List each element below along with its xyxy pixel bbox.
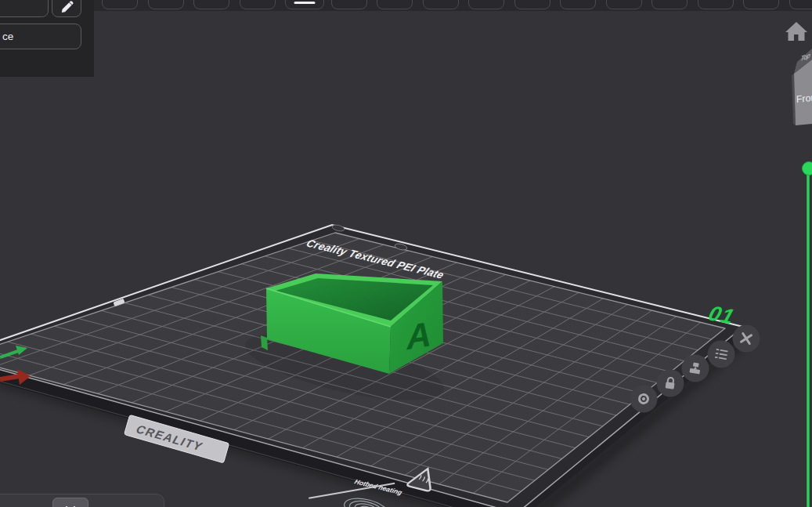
view-cube-front-label: Front [796,92,812,105]
value-box-text: ce [2,31,13,42]
toolbar-button[interactable] [102,0,138,9]
toolbar-button[interactable] [514,0,550,9]
layer-slider[interactable] [803,162,812,507]
toolbar-button[interactable] [468,0,504,9]
toolbar-button[interactable] [148,0,184,9]
plate-settings-button[interactable] [630,386,658,413]
toolbar-button[interactable] [743,0,779,9]
pencil-icon [59,0,74,16]
view-cube[interactable]: Top Front [792,49,812,125]
toolbar-button[interactable] [560,0,596,9]
panel-box[interactable] [0,0,49,17]
plate-list-button[interactable] [708,341,735,368]
value-box[interactable]: ce [0,24,81,49]
plate-printer-button[interactable] [682,355,709,382]
top-left-panel: ce [0,0,94,77]
toolbar-button[interactable] [377,0,413,9]
slicer-viewport: Creality Textured PEI Plate 01 CREALITY … [0,0,812,507]
plate-lock-button[interactable] [657,370,684,397]
gear-icon [638,393,648,404]
toolbar-button[interactable] [331,0,367,9]
layer-slider-knob[interactable] [803,162,812,176]
toolbar-button[interactable] [285,0,324,9]
bottom-left-panel [0,494,164,507]
toolbar-button[interactable] [606,0,642,9]
top-toolbar [0,0,812,11]
home-icon[interactable] [785,22,807,41]
toolbar-button[interactable] [240,0,276,9]
3d-scene: Creality Textured PEI Plate 01 CREALITY … [0,0,812,507]
edit-button[interactable] [52,0,81,17]
toolbar-button[interactable] [789,0,812,9]
active-tool-indicator [294,2,316,4]
toolbar-button[interactable] [698,0,734,9]
toolbar-button[interactable] [423,0,459,9]
plate-close-button[interactable] [733,325,760,353]
toolbar-button[interactable] [651,0,687,9]
toolbar-button[interactable] [193,0,229,9]
collapse-button[interactable] [52,498,88,507]
model-logo: A [404,314,432,357]
